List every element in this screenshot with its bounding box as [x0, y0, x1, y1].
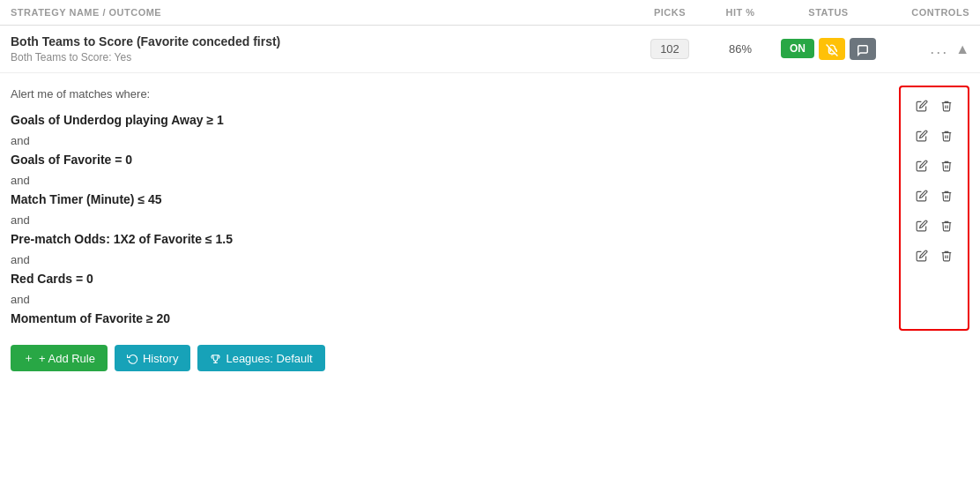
icon-row-6 — [914, 241, 954, 271]
edit-condition-5-button[interactable] — [914, 218, 930, 234]
header-picks: PICKS — [635, 7, 705, 18]
header-hit: HIT % — [705, 7, 776, 18]
edit-condition-2-button[interactable] — [914, 128, 930, 144]
header-status: STATUS — [776, 7, 881, 18]
collapse-button[interactable]: ▲ — [955, 41, 969, 57]
and-3: and — [11, 212, 890, 228]
picks-badge-container: 102 — [635, 39, 705, 59]
leagues-button[interactable]: Leagues: Default — [197, 345, 324, 371]
more-options-button[interactable]: ... — [930, 40, 948, 58]
icon-row-5 — [914, 211, 954, 241]
condition-4: Pre-match Odds: 1X2 of Favorite ≤ 1.5 — [11, 228, 890, 250]
strategy-title: Both Teams to Score (Favorite conceded f… — [11, 34, 635, 49]
header-strategy-name: STRATEGY NAME / OUTCOME — [11, 7, 635, 18]
rule-content: Alert me of matches where: Goals of Unde… — [11, 82, 890, 331]
trophy-icon — [210, 353, 221, 364]
action-buttons: ＋ + Add Rule History Leagues: Default — [0, 331, 980, 382]
strategy-info: Both Teams to Score (Favorite conceded f… — [11, 34, 635, 63]
history-label: History — [143, 352, 178, 365]
comment-button[interactable] — [850, 38, 876, 59]
strategy-subtitle: Both Teams to Score: Yes — [11, 51, 635, 63]
condition-2: Goals of Favorite = 0 — [11, 149, 890, 170]
leagues-label: Leagues: Default — [226, 352, 312, 365]
picks-value: 102 — [650, 39, 689, 59]
on-button[interactable]: ON — [781, 39, 814, 58]
rule-item-6: Momentum of Favorite ≥ 20 — [11, 308, 890, 329]
and-5: and — [11, 291, 890, 308]
add-icon: ＋ — [23, 350, 34, 366]
add-rule-button[interactable]: ＋ + Add Rule — [11, 345, 108, 371]
edit-condition-4-button[interactable] — [914, 188, 930, 204]
header-controls: CONTROLS — [881, 7, 969, 18]
history-icon — [127, 353, 138, 364]
condition-1: Goals of Underdog playing Away ≥ 1 — [11, 109, 890, 131]
history-button[interactable]: History — [115, 345, 190, 371]
svg-point-1 — [831, 54, 832, 55]
rule-item-4: Pre-match Odds: 1X2 of Favorite ≤ 1.5 — [11, 228, 890, 250]
hit-pct-value: 86% — [705, 42, 776, 56]
icon-row-2 — [914, 121, 954, 151]
delete-condition-4-button[interactable] — [939, 188, 954, 204]
edit-condition-1-button[interactable] — [914, 98, 930, 114]
edit-condition-6-button[interactable] — [914, 248, 930, 264]
alert-text: Alert me of matches where: — [11, 82, 890, 101]
icon-row-1 — [914, 91, 954, 121]
rule-item-5: Red Cards = 0 — [11, 268, 890, 289]
add-rule-label: + Add Rule — [39, 352, 95, 365]
status-area: ON — [776, 38, 881, 59]
delete-condition-3-button[interactable] — [939, 158, 954, 174]
delete-condition-1-button[interactable] — [939, 98, 954, 114]
rule-item-1: Goals of Underdog playing Away ≥ 1 — [11, 109, 890, 131]
rule-item-2: Goals of Favorite = 0 — [11, 149, 890, 170]
strategy-row: Both Teams to Score (Favorite conceded f… — [0, 26, 980, 73]
table-header: STRATEGY NAME / OUTCOME PICKS HIT % STAT… — [0, 0, 980, 26]
rule-icons-panel — [899, 86, 969, 331]
rule-area: Alert me of matches where: Goals of Unde… — [0, 73, 980, 331]
delete-condition-5-button[interactable] — [939, 218, 954, 234]
edit-condition-3-button[interactable] — [914, 158, 930, 174]
strategy-row-controls: ... ▲ — [881, 40, 969, 58]
icon-row-4 — [914, 181, 954, 211]
and-2: and — [11, 172, 890, 189]
mute-button[interactable] — [819, 38, 845, 59]
condition-3: Match Timer (Minute) ≤ 45 — [11, 189, 890, 210]
delete-condition-6-button[interactable] — [939, 248, 954, 264]
rule-item-3: Match Timer (Minute) ≤ 45 — [11, 189, 890, 210]
condition-5: Red Cards = 0 — [11, 268, 890, 289]
icon-row-3 — [914, 151, 954, 181]
and-1: and — [11, 132, 890, 149]
and-4: and — [11, 251, 890, 268]
condition-6: Momentum of Favorite ≥ 20 — [11, 308, 890, 329]
delete-condition-2-button[interactable] — [939, 128, 954, 144]
